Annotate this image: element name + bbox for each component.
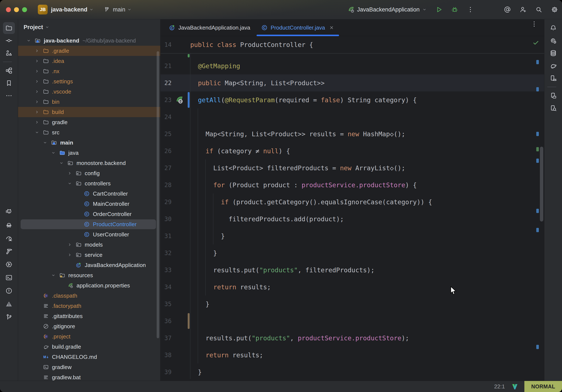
tree-item-.gitignore[interactable]: .gitignore: [18, 321, 160, 332]
tree-item-OrderController[interactable]: COrderController: [18, 209, 160, 219]
chevron-down-icon[interactable]: [59, 160, 64, 166]
chevron-right-icon[interactable]: [34, 119, 40, 125]
tab-ProductController.java[interactable]: CProductController.java: [256, 19, 340, 36]
stripe-changed-mark[interactable]: [536, 87, 539, 91]
caret-position-widget[interactable]: 22:1: [494, 383, 505, 390]
tool-warnings-button[interactable]: [3, 298, 15, 310]
tree-item-resources[interactable]: resources: [18, 270, 160, 280]
code-line-30[interactable]: 30 filteredProducts.add(product);: [161, 211, 544, 227]
ideavim-icon[interactable]: [511, 383, 518, 390]
gutter[interactable]: 30: [161, 214, 187, 224]
code-line-34[interactable]: 34 return results;: [161, 278, 544, 296]
tree-item-models[interactable]: models: [18, 239, 160, 250]
chevron-right-icon[interactable]: [34, 79, 40, 84]
tool-terminal-button[interactable]: [3, 272, 15, 284]
editor-scrollbar[interactable]: [540, 147, 543, 222]
tool-incognito-button[interactable]: [3, 219, 15, 231]
tree-item-src[interactable]: src: [18, 127, 160, 138]
stripe-changed-mark[interactable]: [536, 132, 539, 136]
tool-cat-plugin-button[interactable]: [3, 206, 15, 218]
tool-git-branch-button[interactable]: [3, 311, 15, 323]
tree-item-gradlew.bat[interactable]: gradlew.bat: [18, 372, 160, 381]
vcs-change-marker[interactable]: [188, 313, 190, 329]
chevron-right-icon[interactable]: [67, 170, 72, 176]
code-line-29[interactable]: 29 if (product.getCategory().equalsIgnor…: [161, 193, 544, 211]
code-line-25[interactable]: 25 Map<String, List<Product>> results = …: [161, 125, 544, 143]
tree-item-.nx[interactable]: .nx: [18, 66, 160, 76]
tree-item-java[interactable]: java: [18, 148, 160, 158]
gutter[interactable]: 22: [161, 78, 187, 88]
code-line-27[interactable]: 27 List<Product> filteredProducts = new …: [161, 159, 544, 177]
tree-item-java-backend[interactable]: java-backend~/Github/java-backend: [18, 36, 160, 46]
chevron-down-icon[interactable]: [51, 273, 56, 278]
chevron-right-icon[interactable]: [34, 89, 40, 94]
code-line-32[interactable]: 32 }: [161, 244, 544, 261]
minimize-window-button[interactable]: [14, 7, 19, 12]
tree-item-service[interactable]: service: [18, 250, 160, 260]
code-line-23[interactable]: 23 getAll(@RequestParam(required = false…: [161, 91, 544, 108]
tree-item-config[interactable]: config: [18, 168, 160, 178]
code-editor[interactable]: 14public class ProductController { 21 @G…: [161, 36, 544, 381]
tree-item-MainController[interactable]: CMainController: [18, 199, 160, 209]
more-actions-button[interactable]: [467, 6, 474, 13]
chevron-right-icon[interactable]: [34, 69, 40, 74]
tool-commit-button[interactable]: [3, 35, 15, 47]
tree-item-.classpath[interactable]: .classpath: [18, 291, 160, 301]
tree-item-CartController[interactable]: CCartController: [18, 189, 160, 199]
tab-JavaBackendApplication.java[interactable]: CJavaBackendApplication.java: [164, 19, 256, 36]
tree-item-build[interactable]: build: [18, 107, 160, 117]
tool-hierarchy-button[interactable]: [3, 65, 15, 77]
vim-mode-badge[interactable]: NORMAL: [524, 381, 562, 392]
stripe-changed-mark[interactable]: [536, 228, 539, 232]
chevron-right-icon[interactable]: [34, 99, 40, 105]
gutter[interactable]: 29: [161, 197, 187, 207]
tree-item-.project[interactable]: .project: [18, 332, 160, 342]
tool-project-folder-button[interactable]: [3, 22, 15, 34]
tool-device-explorer-button[interactable]: [547, 90, 559, 102]
code-line-39[interactable]: 39 }: [161, 364, 544, 380]
vcs-change-marker[interactable]: [188, 92, 190, 108]
editor-options-button[interactable]: [530, 20, 538, 28]
add-user-button[interactable]: [519, 6, 527, 13]
code-line-38[interactable]: 38 return results;: [161, 346, 544, 364]
gutter[interactable]: 25: [161, 129, 187, 139]
tree-item-ProductController[interactable]: CProductController: [18, 219, 160, 229]
tree-item-.factorypath[interactable]: .factorypath: [18, 301, 160, 311]
tree-item-UserController[interactable]: CUserController: [18, 229, 160, 239]
inspections-ok-icon[interactable]: [532, 39, 539, 46]
tree-item-gradle[interactable]: gradle: [18, 117, 160, 127]
code-line-35[interactable]: 35 }: [161, 296, 544, 312]
chevron-down-icon[interactable]: [42, 140, 48, 145]
tool-bookmarks-button[interactable]: [3, 77, 15, 89]
code-line-28[interactable]: 28 for (Product product : productService…: [161, 177, 544, 193]
tree-item-gradlew[interactable]: gradlew: [18, 362, 160, 372]
project-tree-scrollbar[interactable]: [157, 51, 159, 338]
tree-item-main[interactable]: main: [18, 138, 160, 148]
code-line-37[interactable]: 37 results.put("products", productServic…: [161, 330, 544, 346]
chevron-right-icon[interactable]: [34, 58, 40, 64]
settings-button[interactable]: [551, 6, 558, 13]
tree-item-application.properties[interactable]: application.properties: [18, 280, 160, 291]
run-configuration-widget[interactable]: JavaBackendApplication: [347, 6, 427, 13]
gutter[interactable]: 39: [161, 367, 187, 377]
stripe-added-mark[interactable]: [536, 147, 539, 151]
tool-device-manager-button[interactable]: [547, 72, 559, 84]
chevron-right-icon[interactable]: [34, 109, 40, 115]
tool-notifications-button[interactable]: [547, 22, 559, 34]
branch-widget[interactable]: main: [113, 6, 125, 13]
chevron-down-icon[interactable]: [26, 38, 32, 43]
gutter[interactable]: 31: [161, 231, 187, 241]
tree-item-bin[interactable]: bin: [18, 97, 160, 107]
gutter[interactable]: 32: [161, 248, 187, 258]
gutter[interactable]: 27: [161, 163, 187, 173]
gutter[interactable]: 26: [161, 146, 187, 156]
tool-gradle-tool-button[interactable]: [547, 60, 559, 72]
gutter[interactable]: 34: [161, 282, 187, 292]
tool-problems-button[interactable]: [3, 285, 15, 297]
gutter[interactable]: 23: [161, 95, 187, 105]
gutter[interactable]: 35: [161, 299, 187, 309]
tree-item-.gradle[interactable]: .gradle: [18, 46, 160, 56]
debug-button[interactable]: [451, 6, 458, 13]
tool-ai-assistant-button[interactable]: [547, 35, 559, 47]
tool-profiler-button[interactable]: [3, 232, 15, 244]
